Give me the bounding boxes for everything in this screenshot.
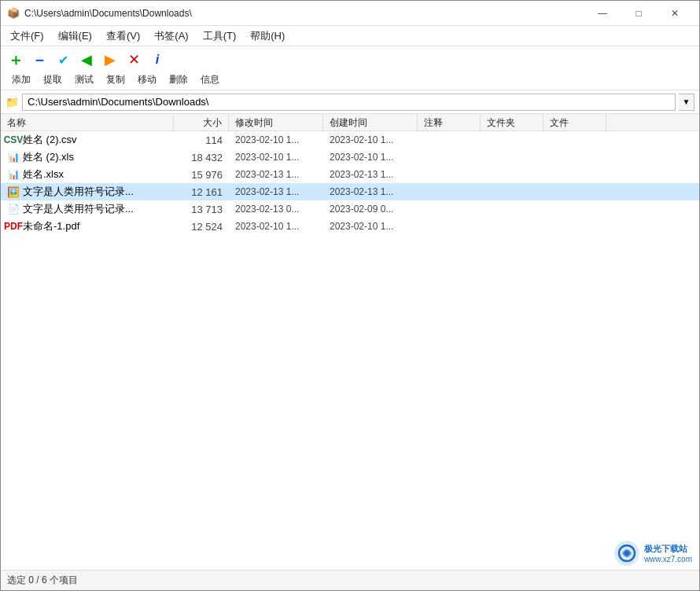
file-type-icon: PDF — [7, 220, 20, 233]
menu-item-edit[interactable]: 编辑(E) — [52, 28, 98, 45]
file-modified-cell: 2023-02-13 1... — [229, 169, 323, 180]
move-button[interactable]: ▶ — [100, 50, 120, 70]
table-row[interactable]: 📊 姓名 (2).xls 18 432 2023-02-10 1... 2023… — [1, 149, 699, 166]
addressbar-folder-icon: 📁 — [6, 96, 19, 108]
file-name: 未命名-1.pdf — [23, 219, 79, 233]
menu-item-help[interactable]: 帮助(H) — [244, 28, 291, 45]
extract-label: 提取 — [37, 73, 68, 86]
file-modified-cell: 2023-02-13 0... — [229, 204, 323, 215]
file-name-cell: 🖼️ 文字是人类用符号记录... — [1, 185, 174, 199]
watermark-line2: www.xz7.com — [644, 555, 692, 563]
extract-button[interactable]: － — [29, 50, 50, 70]
test-label: 测试 — [68, 73, 100, 86]
file-created-cell: 2023-02-13 1... — [323, 169, 418, 180]
toolbar: ＋ － ✔ ◀ ▶ ✕ i 添加 提取 测试 复制 移动 删除 信息 — [1, 46, 699, 90]
file-modified-cell: 2023-02-10 1... — [229, 221, 323, 232]
toolbar-labels: 添加 提取 测试 复制 移动 删除 信息 — [6, 73, 694, 86]
table-row[interactable]: PDF 未命名-1.pdf 12 524 2023-02-10 1... 202… — [1, 218, 699, 235]
file-name-cell: 📄 文字是人类用符号记录... — [1, 202, 174, 216]
delete-label: 删除 — [163, 73, 194, 86]
filelist-body: CSV 姓名 (2).csv 114 2023-02-10 1... 2023-… — [1, 131, 699, 570]
maximize-button[interactable]: □ — [621, 1, 657, 26]
titlebar-left: 📦 C:\Users\admin\Documents\Downloads\ — [7, 7, 192, 20]
info-button[interactable]: i — [147, 50, 168, 70]
titlebar-controls: — □ ✕ — [584, 1, 693, 26]
addressbar-dropdown[interactable]: ▼ — [679, 94, 694, 111]
add-label: 添加 — [6, 73, 37, 86]
file-name: 姓名 (2).xls — [23, 150, 74, 164]
table-row[interactable]: CSV 姓名 (2).csv 114 2023-02-10 1... 2023-… — [1, 131, 699, 149]
file-created-cell: 2023-02-13 1... — [323, 186, 418, 197]
address-input[interactable] — [22, 94, 676, 111]
watermark-line1: 极光下载站 — [644, 543, 692, 555]
status-selection: 选定 0 / 6 个项目 — [7, 574, 78, 587]
col-header-comment[interactable]: 注释 — [418, 114, 481, 131]
file-created-cell: 2023-02-10 1... — [323, 221, 418, 232]
col-header-name[interactable]: 名称 — [1, 114, 174, 131]
main-window: 📦 C:\Users\admin\Documents\Downloads\ — … — [0, 0, 700, 591]
table-row[interactable]: 📊 姓名.xlsx 15 976 2023-02-13 1... 2023-02… — [1, 166, 699, 183]
file-type-icon: 📊 — [7, 151, 20, 163]
file-modified-cell: 2023-02-13 1... — [229, 186, 323, 197]
file-created-cell: 2023-02-10 1... — [323, 134, 418, 145]
file-size-cell: 114 — [174, 134, 229, 146]
titlebar-title: C:\Users\admin\Documents\Downloads\ — [24, 8, 192, 19]
addressbar: 📁 ▼ — [1, 90, 699, 114]
file-size-cell: 12 524 — [174, 221, 229, 233]
file-name: 文字是人类用符号记录... — [23, 202, 134, 216]
file-type-icon: 📊 — [7, 168, 20, 181]
watermark-logo-icon — [613, 539, 641, 567]
file-type-icon: 🖼️ — [7, 185, 20, 198]
file-type-icon: CSV — [7, 134, 20, 146]
statusbar: 选定 0 / 6 个项目 — [1, 570, 699, 590]
minimize-button[interactable]: — — [584, 1, 621, 26]
col-header-file[interactable]: 文件 — [543, 114, 606, 131]
col-header-folder[interactable]: 文件夹 — [481, 114, 543, 131]
file-modified-cell: 2023-02-10 1... — [229, 152, 323, 163]
svg-point-2 — [624, 551, 629, 556]
file-created-cell: 2023-02-10 1... — [323, 152, 418, 163]
file-name: 文字是人类用符号记录... — [23, 185, 134, 199]
file-modified-cell: 2023-02-10 1... — [229, 134, 323, 145]
copy-button[interactable]: ◀ — [76, 50, 97, 70]
file-created-cell: 2023-02-09 0... — [323, 204, 418, 215]
menu-item-bookmark[interactable]: 书签(A) — [148, 28, 194, 45]
col-header-created[interactable]: 创建时间 — [323, 114, 418, 131]
file-size-cell: 12 161 — [174, 186, 229, 198]
move-label: 移动 — [131, 73, 163, 86]
test-button[interactable]: ✔ — [53, 50, 73, 70]
col-header-modified[interactable]: 修改时间 — [229, 114, 323, 131]
col-header-size[interactable]: 大小 — [174, 114, 229, 131]
info-label: 信息 — [194, 73, 226, 86]
copy-label: 复制 — [100, 73, 131, 86]
close-button[interactable]: ✕ — [657, 1, 693, 26]
file-size-cell: 15 976 — [174, 169, 229, 181]
file-name-cell: CSV 姓名 (2).csv — [1, 133, 174, 147]
file-name: 姓名.xlsx — [23, 167, 64, 182]
file-size-cell: 18 432 — [174, 152, 229, 163]
filelist-header: 名称 大小 修改时间 创建时间 注释 文件夹 文件 — [1, 114, 699, 131]
toolbar-icons: ＋ － ✔ ◀ ▶ ✕ i — [6, 50, 694, 70]
menu-item-tools[interactable]: 工具(T) — [197, 28, 243, 45]
file-name-cell: 📊 姓名 (2).xls — [1, 150, 174, 164]
menubar: 文件(F)编辑(E)查看(V)书签(A)工具(T)帮助(H) — [1, 26, 699, 46]
menu-item-file[interactable]: 文件(F) — [4, 28, 50, 45]
file-name: 姓名 (2).csv — [23, 133, 77, 147]
table-row[interactable]: 🖼️ 文字是人类用符号记录... 12 161 2023-02-13 1... … — [1, 183, 699, 200]
titlebar: 📦 C:\Users\admin\Documents\Downloads\ — … — [1, 1, 699, 26]
file-size-cell: 13 713 — [174, 204, 229, 215]
file-name-cell: 📊 姓名.xlsx — [1, 167, 174, 182]
app-icon: 📦 — [7, 7, 20, 20]
file-name-cell: PDF 未命名-1.pdf — [1, 219, 174, 233]
filelist-container: 名称 大小 修改时间 创建时间 注释 文件夹 文件 CSV 姓名 (2).csv… — [1, 114, 699, 570]
add-button[interactable]: ＋ — [6, 50, 26, 70]
table-row[interactable]: 📄 文字是人类用符号记录... 13 713 2023-02-13 0... 2… — [1, 200, 699, 218]
watermark: 极光下载站 www.xz7.com — [613, 539, 692, 567]
menu-item-view[interactable]: 查看(V) — [100, 28, 146, 45]
watermark-text: 极光下载站 www.xz7.com — [644, 543, 692, 563]
delete-button[interactable]: ✕ — [123, 50, 144, 70]
file-type-icon: 📄 — [7, 203, 20, 215]
